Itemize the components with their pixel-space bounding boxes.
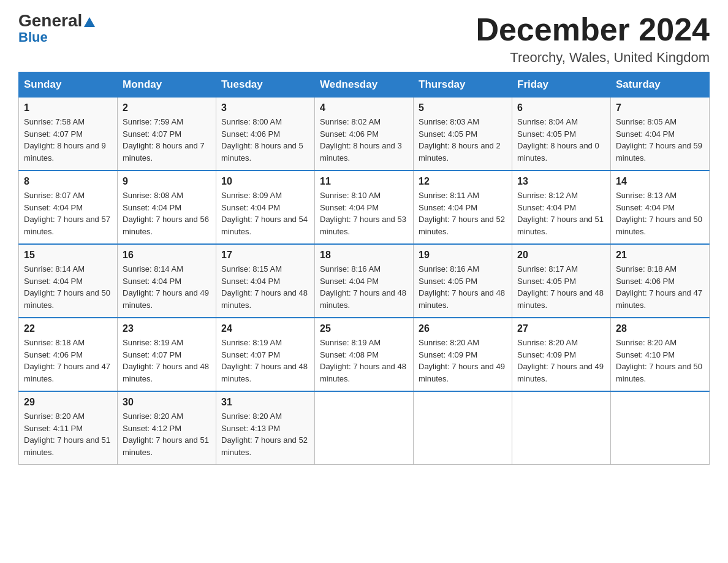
day-number: 11 xyxy=(320,176,408,187)
week-row-4: 22 Sunrise: 8:18 AM Sunset: 4:06 PM Dayl… xyxy=(19,318,710,391)
calendar-table: SundayMondayTuesdayWednesdayThursdayFrid… xyxy=(18,72,710,465)
calendar-cell: 4 Sunrise: 8:02 AM Sunset: 4:06 PM Dayli… xyxy=(315,98,414,171)
day-info: Sunrise: 8:19 AM Sunset: 4:07 PM Dayligh… xyxy=(221,337,309,385)
month-title: December 2024 xyxy=(476,12,710,47)
logo: General Blue xyxy=(18,12,95,44)
day-info: Sunrise: 8:16 AM Sunset: 4:04 PM Dayligh… xyxy=(320,263,408,311)
calendar-cell: 20 Sunrise: 8:17 AM Sunset: 4:05 PM Dayl… xyxy=(512,244,611,318)
calendar-cell: 24 Sunrise: 8:19 AM Sunset: 4:07 PM Dayl… xyxy=(216,318,315,391)
day-info: Sunrise: 8:14 AM Sunset: 4:04 PM Dayligh… xyxy=(24,263,112,311)
calendar-cell: 12 Sunrise: 8:11 AM Sunset: 4:04 PM Dayl… xyxy=(414,170,512,244)
day-number: 20 xyxy=(517,250,605,261)
week-row-3: 15 Sunrise: 8:14 AM Sunset: 4:04 PM Dayl… xyxy=(19,244,710,318)
calendar-cell: 7 Sunrise: 8:05 AM Sunset: 4:04 PM Dayli… xyxy=(611,98,710,171)
day-info: Sunrise: 8:20 AM Sunset: 4:09 PM Dayligh… xyxy=(419,337,507,385)
day-number: 12 xyxy=(419,176,507,187)
day-number: 15 xyxy=(24,250,112,261)
weekday-friday: Friday xyxy=(512,72,611,98)
page-header: General Blue December 2024 Treorchy, Wal… xyxy=(18,12,710,66)
day-number: 25 xyxy=(320,323,408,334)
calendar-cell: 21 Sunrise: 8:18 AM Sunset: 4:06 PM Dayl… xyxy=(611,244,710,318)
day-number: 14 xyxy=(616,176,704,187)
day-info: Sunrise: 8:20 AM Sunset: 4:10 PM Dayligh… xyxy=(616,337,704,385)
calendar-cell xyxy=(414,391,512,465)
day-number: 26 xyxy=(419,323,507,334)
calendar-cell: 18 Sunrise: 8:16 AM Sunset: 4:04 PM Dayl… xyxy=(315,244,414,318)
day-number: 17 xyxy=(221,250,309,261)
day-info: Sunrise: 7:59 AM Sunset: 4:07 PM Dayligh… xyxy=(123,116,211,164)
day-info: Sunrise: 8:03 AM Sunset: 4:05 PM Dayligh… xyxy=(419,116,507,164)
calendar-cell: 11 Sunrise: 8:10 AM Sunset: 4:04 PM Dayl… xyxy=(315,170,414,244)
logo-general: General xyxy=(18,12,95,29)
day-info: Sunrise: 8:20 AM Sunset: 4:12 PM Dayligh… xyxy=(123,410,211,458)
day-number: 9 xyxy=(123,176,211,187)
calendar-cell xyxy=(611,391,710,465)
day-number: 30 xyxy=(123,397,211,408)
day-info: Sunrise: 8:17 AM Sunset: 4:05 PM Dayligh… xyxy=(517,263,605,311)
calendar-cell: 27 Sunrise: 8:20 AM Sunset: 4:09 PM Dayl… xyxy=(512,318,611,391)
calendar-cell: 28 Sunrise: 8:20 AM Sunset: 4:10 PM Dayl… xyxy=(611,318,710,391)
calendar-cell xyxy=(315,391,414,465)
weekday-monday: Monday xyxy=(118,72,216,98)
calendar-cell: 9 Sunrise: 8:08 AM Sunset: 4:04 PM Dayli… xyxy=(118,170,216,244)
calendar-cell: 26 Sunrise: 8:20 AM Sunset: 4:09 PM Dayl… xyxy=(414,318,512,391)
calendar-cell: 13 Sunrise: 8:12 AM Sunset: 4:04 PM Dayl… xyxy=(512,170,611,244)
calendar-cell xyxy=(512,391,611,465)
day-info: Sunrise: 8:20 AM Sunset: 4:09 PM Dayligh… xyxy=(517,337,605,385)
location: Treorchy, Wales, United Kingdom xyxy=(476,50,710,66)
day-number: 21 xyxy=(616,250,704,261)
calendar-cell: 30 Sunrise: 8:20 AM Sunset: 4:12 PM Dayl… xyxy=(118,391,216,465)
calendar-cell: 8 Sunrise: 8:07 AM Sunset: 4:04 PM Dayli… xyxy=(19,170,118,244)
day-info: Sunrise: 8:04 AM Sunset: 4:05 PM Dayligh… xyxy=(517,116,605,164)
calendar-cell: 14 Sunrise: 8:13 AM Sunset: 4:04 PM Dayl… xyxy=(611,170,710,244)
day-info: Sunrise: 8:10 AM Sunset: 4:04 PM Dayligh… xyxy=(320,190,408,237)
day-info: Sunrise: 8:15 AM Sunset: 4:04 PM Dayligh… xyxy=(221,263,309,311)
weekday-header-row: SundayMondayTuesdayWednesdayThursdayFrid… xyxy=(19,72,710,98)
title-block: December 2024 Treorchy, Wales, United Ki… xyxy=(476,12,710,66)
day-info: Sunrise: 8:12 AM Sunset: 4:04 PM Dayligh… xyxy=(517,190,605,237)
calendar-cell: 22 Sunrise: 8:18 AM Sunset: 4:06 PM Dayl… xyxy=(19,318,118,391)
day-number: 13 xyxy=(517,176,605,187)
weekday-saturday: Saturday xyxy=(611,72,710,98)
day-number: 19 xyxy=(419,250,507,261)
calendar-cell: 15 Sunrise: 8:14 AM Sunset: 4:04 PM Dayl… xyxy=(19,244,118,318)
day-number: 18 xyxy=(320,250,408,261)
week-row-1: 1 Sunrise: 7:58 AM Sunset: 4:07 PM Dayli… xyxy=(19,98,710,171)
calendar-cell: 2 Sunrise: 7:59 AM Sunset: 4:07 PM Dayli… xyxy=(118,98,216,171)
calendar-cell: 31 Sunrise: 8:20 AM Sunset: 4:13 PM Dayl… xyxy=(216,391,315,465)
calendar-cell: 29 Sunrise: 8:20 AM Sunset: 4:11 PM Dayl… xyxy=(19,391,118,465)
day-info: Sunrise: 8:08 AM Sunset: 4:04 PM Dayligh… xyxy=(123,190,211,237)
day-info: Sunrise: 8:07 AM Sunset: 4:04 PM Dayligh… xyxy=(24,190,112,237)
calendar-cell: 1 Sunrise: 7:58 AM Sunset: 4:07 PM Dayli… xyxy=(19,98,118,171)
day-number: 5 xyxy=(419,102,507,113)
day-info: Sunrise: 8:19 AM Sunset: 4:08 PM Dayligh… xyxy=(320,337,408,385)
day-number: 22 xyxy=(24,323,112,334)
calendar-cell: 19 Sunrise: 8:16 AM Sunset: 4:05 PM Dayl… xyxy=(414,244,512,318)
calendar-cell: 23 Sunrise: 8:19 AM Sunset: 4:07 PM Dayl… xyxy=(118,318,216,391)
day-info: Sunrise: 8:09 AM Sunset: 4:04 PM Dayligh… xyxy=(221,190,309,237)
day-number: 27 xyxy=(517,323,605,334)
week-row-5: 29 Sunrise: 8:20 AM Sunset: 4:11 PM Dayl… xyxy=(19,391,710,465)
day-number: 3 xyxy=(221,102,309,113)
day-info: Sunrise: 8:02 AM Sunset: 4:06 PM Dayligh… xyxy=(320,116,408,164)
calendar-cell: 16 Sunrise: 8:14 AM Sunset: 4:04 PM Dayl… xyxy=(118,244,216,318)
weekday-thursday: Thursday xyxy=(414,72,512,98)
day-info: Sunrise: 8:05 AM Sunset: 4:04 PM Dayligh… xyxy=(616,116,704,164)
day-info: Sunrise: 8:16 AM Sunset: 4:05 PM Dayligh… xyxy=(419,263,507,311)
day-info: Sunrise: 8:13 AM Sunset: 4:04 PM Dayligh… xyxy=(616,190,704,237)
calendar-cell: 10 Sunrise: 8:09 AM Sunset: 4:04 PM Dayl… xyxy=(216,170,315,244)
day-info: Sunrise: 8:11 AM Sunset: 4:04 PM Dayligh… xyxy=(419,190,507,237)
day-number: 2 xyxy=(123,102,211,113)
day-number: 29 xyxy=(24,397,112,408)
day-number: 6 xyxy=(517,102,605,113)
logo-blue: Blue xyxy=(18,31,48,44)
day-number: 4 xyxy=(320,102,408,113)
day-info: Sunrise: 8:18 AM Sunset: 4:06 PM Dayligh… xyxy=(616,263,704,311)
day-info: Sunrise: 8:20 AM Sunset: 4:11 PM Dayligh… xyxy=(24,410,112,458)
day-number: 31 xyxy=(221,397,309,408)
day-info: Sunrise: 8:14 AM Sunset: 4:04 PM Dayligh… xyxy=(123,263,211,311)
day-number: 16 xyxy=(123,250,211,261)
day-number: 8 xyxy=(24,176,112,187)
day-number: 24 xyxy=(221,323,309,334)
day-info: Sunrise: 8:19 AM Sunset: 4:07 PM Dayligh… xyxy=(123,337,211,385)
